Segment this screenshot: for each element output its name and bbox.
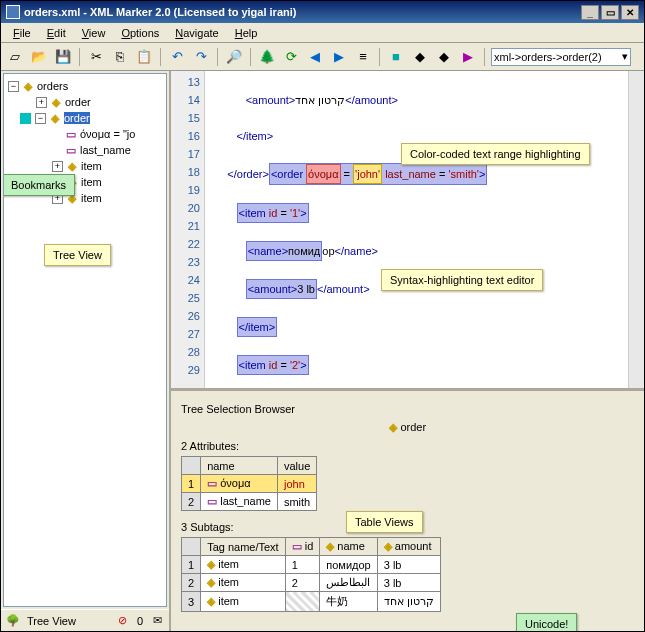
- next-sibling-icon[interactable]: ▶: [329, 47, 349, 67]
- window-title: orders.xml - XML Marker 2.0 (Licensed to…: [24, 6, 296, 18]
- table-row[interactable]: 3◈ item牛奶קרטון אחד: [182, 592, 441, 612]
- new-icon[interactable]: ▱: [5, 47, 25, 67]
- menu-help[interactable]: Help: [227, 25, 266, 40]
- app-window: orders.xml - XML Marker 2.0 (Licensed to…: [0, 0, 645, 632]
- errors-icon[interactable]: ⊘: [115, 614, 131, 627]
- menu-bar: File Edit View Options Navigate Help: [1, 23, 644, 43]
- branch-selector-value: xml->orders->order(2): [494, 51, 602, 63]
- branch-selector[interactable]: xml->orders->order(2) ▾: [491, 48, 631, 66]
- menu-view[interactable]: View: [74, 25, 114, 40]
- callout-color-coded: Color-coded text range highlighting: [401, 143, 590, 165]
- title-bar: orders.xml - XML Marker 2.0 (Licensed to…: [1, 1, 644, 23]
- callout-bookmarks: Bookmarks: [3, 174, 75, 196]
- dropdown-icon: ▾: [622, 50, 628, 63]
- expand-icon[interactable]: +: [36, 97, 47, 108]
- copy-icon[interactable]: ⎘: [110, 47, 130, 67]
- error-count: 0: [137, 615, 143, 627]
- right-pane: 13 14 15 16 17 18 19 20 21 22 23 24 25 2…: [171, 71, 644, 631]
- tree-node-order2[interactable]: order: [64, 112, 90, 124]
- find-icon[interactable]: 🔎: [224, 47, 244, 67]
- callout-syntax: Syntax-highlighting text editor: [381, 269, 543, 291]
- refresh-icon[interactable]: ⟳: [281, 47, 301, 67]
- col-id[interactable]: ▭ id: [285, 538, 320, 556]
- app-icon: [6, 5, 20, 19]
- save-icon[interactable]: 💾: [53, 47, 73, 67]
- col-value[interactable]: value: [277, 457, 316, 475]
- menu-navigate[interactable]: Navigate: [167, 25, 226, 40]
- browser-node: ◈ order: [181, 419, 634, 434]
- tree-tab-icon[interactable]: 🌳: [5, 614, 21, 627]
- col-name2[interactable]: ◈ name: [320, 538, 377, 556]
- run-icon[interactable]: ▶: [458, 47, 478, 67]
- code-editor[interactable]: 13 14 15 16 17 18 19 20 21 22 23 24 25 2…: [171, 71, 644, 391]
- maximize-button[interactable]: ▭: [601, 5, 619, 20]
- main-area: − ◈ orders + ◈ order − ◈ order ▭ όν: [1, 71, 644, 631]
- tree-node-order1[interactable]: order: [65, 96, 91, 108]
- callout-tree-view: Tree View: [44, 244, 111, 266]
- sidebar-status: 🌳 Tree View ⊘ 0 ✉: [1, 609, 169, 631]
- element-icon: ◈: [65, 161, 78, 172]
- messages-icon[interactable]: ✉: [149, 614, 165, 627]
- attribute-icon: ▭: [64, 145, 77, 156]
- callout-unicode: Unicode!: [516, 613, 577, 631]
- table-row[interactable]: 1▭ όνομαjohn: [182, 475, 317, 493]
- minimize-button[interactable]: _: [581, 5, 599, 20]
- tree-node-item3[interactable]: item: [81, 192, 102, 204]
- table-row[interactable]: 2▭ last_namesmith: [182, 493, 317, 511]
- code-area[interactable]: <amount>קרטון אחד</amount> </item> </ord…: [205, 71, 628, 388]
- element-icon: ◈: [21, 81, 34, 92]
- sidebar: − ◈ orders + ◈ order − ◈ order ▭ όν: [1, 71, 171, 631]
- attribute-icon: ▭: [64, 129, 77, 140]
- tree-node-item1[interactable]: item: [81, 160, 102, 172]
- undo-icon[interactable]: ↶: [167, 47, 187, 67]
- collapse-icon[interactable]: −: [35, 113, 46, 124]
- col-name[interactable]: name: [201, 457, 278, 475]
- marker1-icon[interactable]: ■: [386, 47, 406, 67]
- table-row[interactable]: 2◈ item2البطاطس3 lb: [182, 574, 441, 592]
- tree-view[interactable]: − ◈ orders + ◈ order − ◈ order ▭ όν: [3, 73, 167, 607]
- editor-scrollbar[interactable]: [628, 71, 644, 388]
- browser-title: Tree Selection Browser: [181, 403, 634, 415]
- menu-edit[interactable]: Edit: [39, 25, 74, 40]
- tree-attr-lastname[interactable]: last_name: [80, 144, 131, 156]
- collapse-icon[interactable]: −: [8, 81, 19, 92]
- attributes-header: 2 Attributes:: [181, 440, 634, 452]
- redo-icon[interactable]: ↷: [191, 47, 211, 67]
- element-icon: ◈: [49, 97, 62, 108]
- paste-icon[interactable]: 📋: [134, 47, 154, 67]
- col-tagname[interactable]: Tag name/Text: [201, 538, 286, 556]
- tree-icon[interactable]: 🌲: [257, 47, 277, 67]
- expand-icon[interactable]: +: [52, 161, 63, 172]
- tree-tab-label[interactable]: Tree View: [27, 615, 76, 627]
- tree-selection-browser: Tree Selection Browser ◈ order 2 Attribu…: [171, 391, 644, 631]
- line-gutter: 13 14 15 16 17 18 19 20 21 22 23 24 25 2…: [171, 71, 205, 388]
- close-button[interactable]: ✕: [621, 5, 639, 20]
- attributes-table[interactable]: namevalue 1▭ όνομαjohn 2▭ last_namesmith: [181, 456, 317, 511]
- tree-node-item2[interactable]: item: [81, 176, 102, 188]
- open-icon[interactable]: 📂: [29, 47, 49, 67]
- menu-file[interactable]: File: [5, 25, 39, 40]
- cut-icon[interactable]: ✂: [86, 47, 106, 67]
- prev-marker-icon[interactable]: ◆: [410, 47, 430, 67]
- bookmark-icon[interactable]: [20, 113, 31, 124]
- tree-attr-onoma[interactable]: όνομα = "jo: [80, 128, 135, 140]
- col-amount[interactable]: ◈ amount: [377, 538, 440, 556]
- element-icon: ◈: [48, 113, 61, 124]
- callout-table-views: Table Views: [346, 511, 423, 533]
- menu-options[interactable]: Options: [113, 25, 167, 40]
- toolbar: ▱ 📂 💾 ✂ ⎘ 📋 ↶ ↷ 🔎 🌲 ⟳ ◀ ▶ ≡ ■ ◆ ◆ ▶ xml-…: [1, 43, 644, 71]
- tree-root[interactable]: orders: [37, 80, 68, 92]
- next-marker-icon[interactable]: ◆: [434, 47, 454, 67]
- subtags-table[interactable]: Tag name/Text ▭ id ◈ name ◈ amount 1◈ it…: [181, 537, 441, 612]
- prev-sibling-icon[interactable]: ◀: [305, 47, 325, 67]
- format-icon[interactable]: ≡: [353, 47, 373, 67]
- table-row[interactable]: 1◈ item1помидор3 lb: [182, 556, 441, 574]
